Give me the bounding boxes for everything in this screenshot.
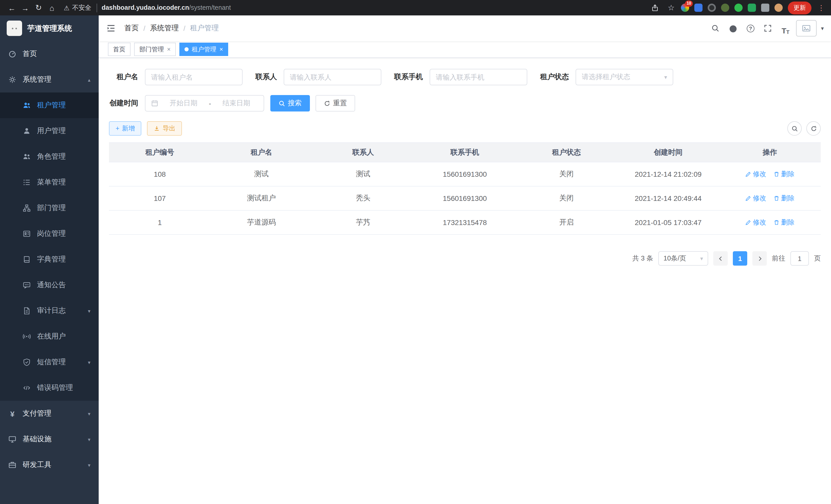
breadcrumb-system[interactable]: 系统管理 (150, 24, 179, 33)
extension-icon-blue[interactable] (694, 4, 703, 12)
forward-button[interactable]: → (19, 2, 32, 14)
date-range-picker[interactable]: 开始日期 - 结束日期 (145, 95, 264, 112)
toggle-search-button[interactable] (787, 121, 802, 136)
extension-icon-green-chat[interactable] (748, 4, 756, 12)
toolbox-icon (8, 461, 17, 469)
tab-tenant[interactable]: 租户管理 × (179, 42, 228, 56)
tenant-name-label: 租户名 (109, 72, 145, 82)
tenant-table: 租户编号 租户名 联系人 联系手机 租户状态 创建时间 操作 108 测试 测试… (109, 142, 821, 235)
close-icon[interactable]: × (167, 46, 171, 52)
extension-icon-green-circle[interactable] (735, 4, 743, 12)
edit-button[interactable]: 修改 (745, 218, 766, 227)
bookmark-star-icon[interactable]: ☆ (666, 2, 676, 14)
col-status: 租户状态 (516, 143, 618, 162)
org-tree-icon (23, 204, 31, 212)
browser-menu-icon[interactable]: ⋮ (816, 4, 826, 12)
sidebar-item-menu[interactable]: 菜单管理 (0, 170, 99, 195)
status-label: 租户状态 (540, 72, 576, 82)
sidebar-item-tenant[interactable]: 租户管理 (0, 92, 99, 118)
menu-list-icon (23, 178, 31, 186)
github-icon[interactable] (726, 22, 740, 35)
extension-icon-olive[interactable] (721, 4, 729, 12)
monitor-icon (8, 435, 17, 443)
search-button[interactable]: 搜索 (270, 95, 310, 112)
total-count: 共 3 条 (632, 254, 653, 263)
app-logo[interactable]: 芋道管理系统 (0, 16, 99, 41)
home-button[interactable]: ⌂ (45, 2, 59, 14)
profile-avatar-icon[interactable] (774, 4, 783, 12)
help-icon[interactable]: ? (744, 22, 757, 35)
status-select[interactable]: 请选择租户状态 ▾ (576, 69, 673, 85)
address-bar[interactable]: ⚠ 不安全 dashboard.yudao.iocoder.cn/system/… (64, 3, 231, 12)
delete-button[interactable]: 删除 (773, 194, 795, 203)
calendar-icon (151, 100, 158, 107)
sidebar-item-infra[interactable]: 基础设施 ▾ (0, 426, 99, 452)
extension-icon-dark[interactable] (708, 4, 716, 12)
col-tenant-name: 租户名 (211, 143, 312, 162)
search-icon[interactable] (709, 22, 722, 35)
refresh-button[interactable] (806, 121, 821, 136)
reset-button[interactable]: 重置 (316, 95, 355, 112)
code-icon (23, 384, 31, 392)
sidebar-toggle-icon[interactable] (99, 16, 123, 41)
add-button[interactable]: + 新增 (109, 121, 142, 136)
col-phone: 联系手机 (414, 143, 516, 162)
sidebar-item-role[interactable]: 角色管理 (0, 144, 99, 170)
sidebar-item-notice[interactable]: 通知公告 (0, 272, 99, 298)
user-avatar[interactable] (796, 20, 817, 36)
sidebar-item-error-code[interactable]: 错误码管理 (0, 375, 99, 401)
breadcrumb-home[interactable]: 首页 (124, 24, 139, 33)
chevron-down-icon: ▾ (88, 359, 90, 365)
fullscreen-icon[interactable] (762, 22, 775, 35)
export-button[interactable]: 导出 (147, 121, 182, 136)
message-icon (23, 281, 31, 289)
chrome-update-button[interactable]: 更新 (788, 1, 811, 14)
sidebar-item-home[interactable]: 首页 (0, 41, 99, 67)
sidebar-item-payment[interactable]: ¥ 支付管理 ▾ (0, 401, 99, 426)
app-title: 芋道管理系统 (27, 23, 72, 33)
security-status[interactable]: ⚠ 不安全 (64, 3, 97, 12)
table-row: 1 芋道源码 芋艿 17321315478 开启 2021-01-05 17:0… (109, 210, 821, 235)
tenant-people-icon (23, 101, 31, 110)
back-button[interactable]: ← (5, 2, 19, 14)
edit-button[interactable]: 修改 (745, 170, 766, 179)
share-icon[interactable] (648, 1, 661, 14)
close-icon[interactable]: × (220, 46, 223, 52)
tags-view: 首页 部门管理 × 租户管理 × (99, 41, 831, 58)
page-size-select[interactable]: 10条/页 ▾ (658, 251, 708, 266)
delete-button[interactable]: 删除 (773, 218, 795, 227)
tab-home[interactable]: 首页 (108, 42, 131, 56)
phone-input[interactable] (436, 73, 521, 81)
sidebar-item-audit-log[interactable]: 审计日志 ▾ (0, 298, 99, 324)
font-size-icon[interactable]: TT (779, 22, 792, 35)
chevron-down-icon: ▾ (700, 255, 703, 262)
contact-input[interactable] (290, 73, 375, 81)
date-start-placeholder: 开始日期 (162, 99, 205, 108)
date-end-placeholder: 结束日期 (214, 99, 258, 108)
book-icon (23, 255, 31, 264)
extensions-puzzle-icon[interactable] (761, 4, 769, 12)
edit-button[interactable]: 修改 (745, 194, 766, 203)
sidebar-item-dict[interactable]: 字典管理 (0, 246, 99, 272)
delete-button[interactable]: 删除 (773, 170, 795, 179)
table-header-row: 租户编号 租户名 联系人 联系手机 租户状态 创建时间 操作 (109, 143, 821, 162)
avatar-caret-icon[interactable]: ▾ (821, 25, 824, 32)
sidebar-item-sms[interactable]: 短信管理 ▾ (0, 349, 99, 375)
page-number-button[interactable]: 1 (733, 251, 747, 266)
sidebar-item-online-user[interactable]: 在线用户 (0, 324, 99, 349)
tenant-name-input[interactable] (151, 73, 236, 81)
sidebar-item-dept[interactable]: 部门管理 (0, 195, 99, 221)
goto-label: 前往 (772, 254, 785, 263)
next-page-button[interactable] (752, 251, 767, 266)
prev-page-button[interactable] (713, 251, 728, 266)
sidebar-item-system[interactable]: 系统管理 ▴ (0, 67, 99, 92)
reload-button[interactable]: ↻ (32, 2, 45, 14)
sidebar-item-user[interactable]: 用户管理 (0, 118, 99, 144)
sidebar-item-devtools[interactable]: 研发工具 ▾ (0, 452, 99, 478)
tab-dept[interactable]: 部门管理 × (134, 42, 176, 56)
extension-icon-colorful[interactable]: 10 (681, 4, 689, 12)
sidebar-item-post[interactable]: 岗位管理 (0, 221, 99, 246)
goto-page-input[interactable] (791, 251, 809, 266)
chevron-down-icon: ▾ (88, 462, 90, 468)
browser-toolbar: ← → ↻ ⌂ ⚠ 不安全 dashboard.yudao.iocoder.cn… (0, 0, 831, 16)
